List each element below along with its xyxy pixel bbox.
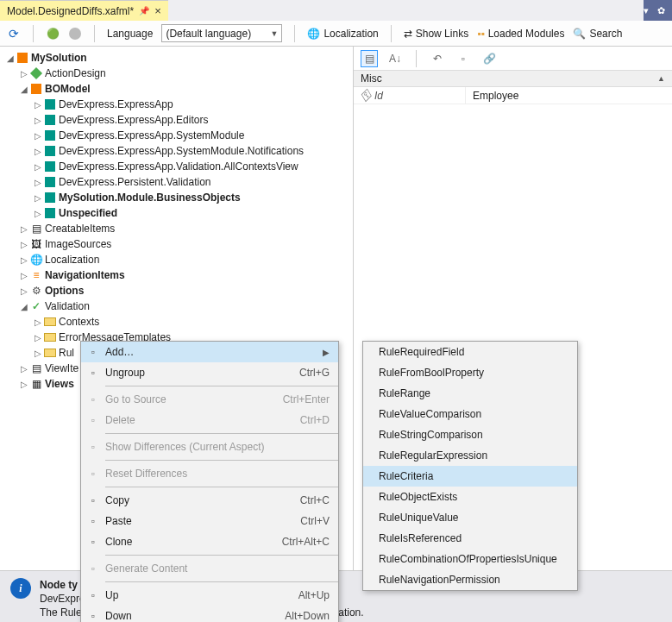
tree-bomodel-item[interactable]: ▷DevExpress.ExpressApp.SystemModule.Noti… (5, 143, 353, 159)
context-submenu-item[interactable]: RuleFromBoolProperty (363, 362, 577, 383)
submenu-item-label: RuleCombinationOfPropertiesIsUnique (379, 553, 568, 565)
property-section-header[interactable]: Misc ▲ (354, 71, 672, 87)
back-icon[interactable] (69, 28, 81, 40)
context-menu-item[interactable]: ▫DownAlt+Down (81, 606, 338, 622)
context-menu-item[interactable]: ▫UngroupCtrl+G (81, 362, 338, 383)
submenu-item-label: RuleRequiredField (379, 346, 568, 358)
expander-icon[interactable]: ▷ (33, 317, 43, 327)
tree-validation-item[interactable]: ▷Contexts (5, 314, 353, 330)
menu-item-label: Ungroup (105, 367, 299, 379)
expander-icon[interactable]: ▷ (19, 255, 29, 265)
tree-bomodel-item[interactable]: ▷DevExpress.ExpressApp.SystemModule (5, 128, 353, 143)
context-submenu-item[interactable]: RuleObjectExists (363, 487, 577, 507)
context-menu-item[interactable]: ▫PasteCtrl+V (81, 511, 338, 531)
tree-creatableitems[interactable]: ▷ ▤ CreatableItems (5, 221, 353, 236)
expander-icon[interactable]: ▷ (19, 286, 29, 296)
context-submenu[interactable]: RuleRequiredFieldRuleFromBoolPropertyRul… (362, 341, 578, 591)
expander-icon[interactable]: ▷ (33, 209, 43, 218)
tree-imagesources[interactable]: ▷ 🖼 ImageSources (5, 236, 353, 252)
context-submenu-item[interactable]: RuleCombinationOfPropertiesIsUnique (363, 549, 577, 569)
context-submenu-item[interactable]: RuleCriteria (363, 466, 577, 487)
tree-navigationitems[interactable]: ▷ ≡ NavigationItems (5, 267, 353, 283)
sort-icon[interactable]: A↓ (386, 50, 404, 67)
menu-item-label: Go to Source (105, 393, 283, 405)
submenu-item-label: RuleObjectExists (379, 491, 568, 503)
tab-title: Model.DesignedDiffs.xafml* (7, 5, 134, 17)
dropdown-icon[interactable]: ▾ (644, 5, 649, 16)
tree-bomodel[interactable]: ◢ BOModel (5, 81, 353, 97)
tree-bomodel-item[interactable]: ▷DevExpress.Persistent.Validation (5, 174, 353, 190)
tree-bomodel-item[interactable]: ▷Unspecified (5, 205, 353, 221)
context-submenu-item[interactable]: RuleStringComparison (363, 424, 577, 445)
context-submenu-item[interactable]: RuleRange (363, 383, 577, 404)
forward-icon[interactable]: 🟢 (46, 27, 60, 41)
context-submenu-item[interactable]: RuleIsReferenced (363, 528, 577, 549)
context-menu-item[interactable]: ▫Add…▶ (81, 342, 338, 362)
context-submenu-item[interactable]: RuleValueComparison (363, 404, 577, 424)
menu-item-label: Clone (105, 536, 282, 548)
close-icon[interactable]: × (154, 4, 161, 17)
tree-bomodel-item[interactable]: ▷MySolution.Module.BusinessObjects (5, 190, 353, 205)
expander-icon[interactable]: ◢ (19, 85, 29, 94)
link-icon[interactable]: 🔗 (480, 50, 498, 67)
context-menu-item[interactable]: ▫CloneCtrl+Alt+C (81, 531, 338, 552)
property-value[interactable]: Employee (466, 87, 672, 104)
undo-icon[interactable]: ↶ (429, 50, 446, 67)
expander-icon[interactable]: ◢ (5, 53, 16, 63)
expander-icon[interactable]: ▷ (19, 364, 29, 374)
expander-icon[interactable]: ▷ (19, 380, 29, 389)
expander-icon[interactable]: ▷ (33, 178, 43, 187)
expander-icon[interactable]: ▷ (33, 100, 43, 110)
refresh-icon[interactable]: ⟳ (7, 27, 21, 41)
expander-icon[interactable]: ▷ (33, 349, 43, 358)
tree-options[interactable]: ▷ ⚙ Options (5, 283, 353, 298)
tree-actiondesign[interactable]: ▷ ActionDesign (5, 66, 353, 81)
document-tab[interactable]: Model.DesignedDiffs.xafml* 📌 × (0, 0, 168, 21)
menu-item-icon: ▫ (81, 515, 105, 527)
expander-icon[interactable]: ▷ (19, 240, 29, 249)
tree-localization[interactable]: ▷ 🌐 Localization (5, 252, 353, 267)
menu-item-shortcut: Ctrl+G (299, 367, 330, 379)
context-menu-item[interactable]: ▫CopyCtrl+C (81, 490, 338, 511)
context-menu-item: ▫Go to SourceCtrl+Enter (81, 389, 338, 410)
loaded-modules-button[interactable]: ▪▪ Loaded Modules (477, 28, 564, 40)
expander-icon[interactable]: ▷ (33, 131, 43, 141)
show-links-button[interactable]: ⇄ Show Links (404, 28, 468, 40)
bomodel-icon (31, 84, 41, 94)
tree-root[interactable]: ◢ MySolution (5, 50, 353, 66)
toolbar: ⟳ 🟢 Language (Default language) ▼ 🌐 Loca… (0, 21, 672, 47)
expander-icon[interactable]: ◢ (19, 302, 29, 311)
property-row[interactable]: ⚿ Id Employee (354, 87, 672, 104)
menu-item-label: Reset Differences (105, 468, 330, 480)
expander-icon[interactable]: ▷ (33, 333, 43, 342)
expander-icon[interactable]: ▷ (33, 116, 43, 125)
tree-bomodel-item[interactable]: ▷DevExpress.ExpressApp.Validation.AllCon… (5, 159, 353, 174)
submenu-item-label: RuleRange (379, 387, 568, 399)
tree-bomodel-item[interactable]: ▷DevExpress.ExpressApp.Editors (5, 112, 353, 128)
context-submenu-item[interactable]: RuleRequiredField (363, 342, 577, 362)
expander-icon[interactable]: ▷ (33, 162, 43, 172)
expander-icon[interactable]: ▷ (19, 271, 29, 280)
context-submenu-item[interactable]: RuleNavigationPermission (363, 569, 577, 590)
expander-icon[interactable]: ▷ (19, 224, 29, 234)
namespace-icon (45, 161, 55, 172)
context-submenu-item[interactable]: RuleRegularExpression (363, 445, 577, 466)
search-button[interactable]: 🔍 Search (573, 28, 622, 40)
language-select[interactable]: (Default language) ▼ (161, 24, 282, 42)
submenu-item-label: RuleIsReferenced (379, 532, 568, 544)
context-menu-item[interactable]: ▫UpAlt+Up (81, 585, 338, 606)
expander-icon[interactable]: ▷ (33, 147, 43, 156)
expander-icon[interactable]: ▷ (33, 193, 43, 203)
categorized-icon[interactable]: ▤ (361, 50, 378, 67)
pin-icon[interactable]: 📌 (139, 6, 149, 16)
namespace-icon (45, 115, 55, 125)
context-menu[interactable]: ▫Add…▶▫UngroupCtrl+G▫Go to SourceCtrl+En… (80, 341, 339, 622)
menu-item-label: Show Differences (Current Aspect) (105, 441, 330, 453)
expander-icon[interactable]: ▷ (19, 69, 29, 79)
tree-bomodel-item[interactable]: ▷DevExpress.ExpressApp (5, 97, 353, 112)
save-icon[interactable]: ▫ (455, 50, 472, 67)
context-submenu-item[interactable]: RuleUniqueValue (363, 507, 577, 528)
gear-icon[interactable]: ✿ (657, 5, 665, 16)
tree-validation[interactable]: ◢ ✓ Validation (5, 298, 353, 314)
localization-button[interactable]: 🌐 Localization (307, 28, 378, 40)
